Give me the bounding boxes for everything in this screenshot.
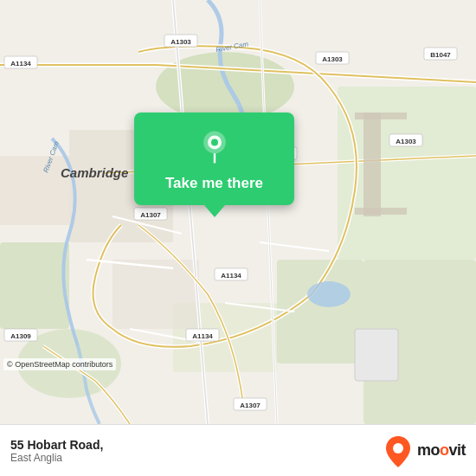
bottom-bar: 55 Hobart Road, East Anglia moovit — [0, 424, 476, 476]
svg-point-58 — [211, 138, 218, 145]
moovit-logo: moovit — [384, 434, 466, 467]
address-section: 55 Hobart Road, East Anglia — [10, 438, 103, 464]
svg-text:A1134: A1134 — [221, 272, 241, 280]
moovit-brand-text: moovit — [417, 441, 466, 460]
osm-attribution: © OpenStreetMap contributors — [3, 358, 116, 370]
address-line: 55 Hobart Road, — [10, 438, 103, 452]
svg-text:B1047: B1047 — [430, 51, 451, 59]
svg-text:A1303: A1303 — [322, 55, 343, 63]
svg-text:A1303: A1303 — [396, 138, 416, 145]
svg-text:A1134: A1134 — [10, 60, 31, 68]
svg-text:A1307: A1307 — [140, 211, 161, 219]
svg-rect-23 — [355, 208, 407, 215]
svg-text:A1309: A1309 — [10, 332, 31, 340]
svg-rect-22 — [355, 113, 407, 119]
region-line: East Anglia — [10, 452, 103, 464]
svg-rect-2 — [0, 242, 69, 329]
moovit-pin-icon — [384, 434, 412, 467]
svg-rect-21 — [363, 113, 381, 216]
svg-rect-9 — [0, 156, 69, 225]
svg-text:A1303: A1303 — [170, 38, 191, 46]
take-me-there-popup[interactable]: Take me there — [134, 113, 294, 205]
svg-point-29 — [307, 281, 351, 307]
take-me-there-label: Take me there — [165, 175, 263, 192]
svg-point-59 — [393, 443, 403, 453]
svg-text:A1134: A1134 — [192, 332, 213, 340]
svg-text:Cambridge: Cambridge — [61, 165, 128, 180]
svg-text:A1307: A1307 — [240, 402, 261, 409]
svg-rect-55 — [355, 329, 398, 381]
map-container: River Cam River Cam A1134 A1303 A1303 B1… — [0, 0, 476, 424]
location-pin-icon — [197, 130, 232, 164]
